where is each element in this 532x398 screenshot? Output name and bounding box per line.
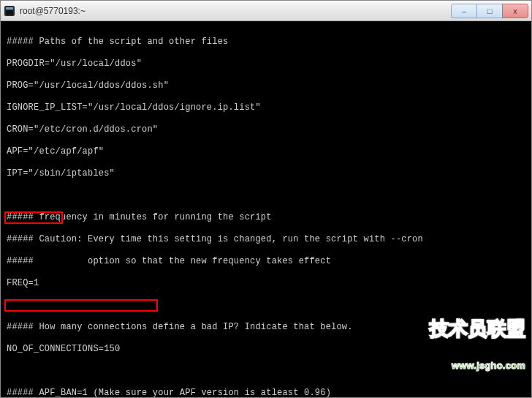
term-line: CRON="/etc/cron.d/ddos.cron" [7,124,530,135]
window-titlebar: root@5770193:~ – □ x [1,1,531,21]
term-line: ##### Paths of the script and other file… [7,37,530,48]
terminal-viewport[interactable]: ##### Paths of the script and other file… [1,21,531,397]
term-line: PROGDIR="/usr/local/ddos" [7,59,530,70]
minimize-button[interactable]: – [451,4,477,18]
svg-rect-2 [6,10,13,15]
term-line: FREQ=1 [7,278,530,289]
window-title: root@5770193:~ [20,6,452,16]
term-line: ##### option so that the new frequency t… [7,256,530,267]
term-line: IPT="/sbin/iptables" [7,168,530,179]
maximize-button[interactable]: □ [476,4,503,18]
app-icon [4,5,15,17]
close-button[interactable]: x [502,4,528,18]
term-line [7,190,530,201]
term-line: PROG="/usr/local/ddos/ddos.sh" [7,80,530,91]
term-line [7,366,530,377]
svg-rect-1 [6,7,13,10]
term-line: NO_OF_CONNECTIONS=150 [7,344,530,355]
term-line: ##### APF_BAN=1 (Make sure your APF vers… [7,388,530,397]
term-line: IGNORE_IP_LIST="/usr/local/ddos/ignore.i… [7,102,530,113]
term-line: ##### frequency in minutes for running t… [7,212,530,223]
term-line [7,300,530,311]
term-line: ##### How many connections define a bad … [7,322,530,333]
window-controls: – □ x [452,4,528,18]
term-line: ##### Caution: Every time this setting i… [7,234,530,245]
term-line: APF="/etc/apf/apf" [7,146,530,157]
